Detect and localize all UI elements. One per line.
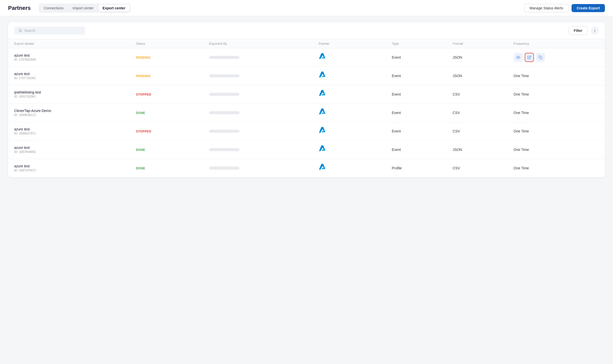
type-value: Event	[392, 55, 401, 59]
frequency-value: One Time	[514, 74, 529, 78]
exported-by-cell	[209, 74, 319, 77]
exported-by-cell	[209, 148, 319, 151]
manage-status-alerts-button[interactable]: Manage Status Alerts	[524, 4, 568, 12]
frequency-value: One Time	[514, 129, 529, 133]
type-cell: Profile	[392, 166, 453, 170]
export-id: ID: 1691742061	[14, 95, 136, 98]
type-value: Event	[392, 129, 401, 133]
exported-by-cell	[209, 111, 319, 114]
table-row: azure test ID: 1707726362 PENDING EventJ…	[8, 67, 605, 85]
copy-button[interactable]	[536, 53, 545, 62]
nav-tabs: Connections Import center Export center	[39, 4, 130, 13]
type-value: Profile	[392, 166, 402, 170]
status-cell: STOPPED	[136, 129, 209, 133]
svg-line-1	[21, 31, 22, 32]
export-details-cell: azure test ID: 1687375472	[14, 164, 136, 172]
table-header: Export details Status Exported By Partne…	[8, 39, 605, 48]
export-details-cell: azure test ID: 1688637971	[14, 127, 136, 135]
page-title: Partners	[8, 5, 31, 11]
search-input[interactable]	[24, 29, 81, 33]
col-exported-by: Exported By	[209, 42, 319, 46]
create-export-button[interactable]: Create Export	[572, 4, 605, 12]
search-bar-row: Filter ‹	[8, 22, 605, 39]
export-id: ID: 1688638113	[14, 113, 136, 117]
view-button[interactable]	[514, 53, 523, 62]
exported-by-cell	[209, 93, 319, 96]
export-name: azure test	[14, 146, 136, 150]
exported-by-placeholder	[209, 148, 239, 151]
export-id: ID: 1707842609	[14, 58, 136, 61]
frequency-value: One Time	[514, 148, 529, 152]
filter-button[interactable]: Filter	[568, 26, 588, 35]
export-id: ID: 1687844892	[14, 150, 136, 154]
export-details-cell: azure test ID: 1707726362	[14, 72, 136, 80]
type-cell: Event	[392, 147, 453, 152]
frequency-cell	[514, 53, 599, 62]
frequency-cell: One Time	[514, 111, 599, 115]
edit-button[interactable]	[525, 53, 534, 62]
frequency-value: One Time	[514, 166, 529, 170]
format-cell: JSON	[453, 55, 514, 60]
azure-logo-icon	[319, 145, 327, 153]
main-content: Filter ‹ Export details Status Exported …	[0, 16, 613, 183]
export-name: azure test	[14, 164, 136, 168]
copy-icon	[538, 55, 542, 59]
table-row: azure test ID: 1687375472 DONE ProfileCS…	[8, 159, 605, 177]
frequency-value: One Time	[514, 111, 529, 115]
svg-rect-3	[540, 57, 542, 59]
format-value: JSON	[453, 148, 462, 152]
tab-export-center[interactable]: Export center	[99, 5, 129, 12]
status-cell: DONE	[136, 166, 209, 170]
eye-icon	[516, 55, 520, 59]
svg-point-2	[518, 57, 519, 58]
status-badge: STOPPED	[136, 130, 151, 133]
col-format: Format	[453, 42, 514, 46]
search-wrapper	[14, 27, 85, 35]
status-badge: PENDING	[136, 74, 151, 78]
table-row: azure test ID: 1688637971 STOPPED EventC…	[8, 122, 605, 141]
export-name: azure test	[14, 127, 136, 131]
format-cell: JSON	[453, 147, 514, 152]
chevron-left-icon: ‹	[594, 28, 595, 33]
exported-by-placeholder	[209, 130, 239, 133]
format-value: CSV	[453, 111, 460, 115]
table-row: azure test ID: 1707842609 PENDING EventJ…	[8, 48, 605, 67]
tab-import-center[interactable]: Import center	[69, 5, 97, 12]
partner-cell	[319, 53, 392, 62]
frequency-cell: One Time	[514, 166, 599, 170]
table-row: azure test ID: 1687844892 DONE EventJSON…	[8, 141, 605, 159]
export-details-cell: azure test ID: 1687844892	[14, 146, 136, 154]
export-details-cell: azure test ID: 1707842609	[14, 53, 136, 61]
type-value: Event	[392, 111, 401, 115]
export-id: ID: 1687375472	[14, 169, 136, 172]
format-value: CSV	[453, 129, 460, 133]
tab-connections[interactable]: Connections	[40, 5, 68, 12]
type-cell: Event	[392, 74, 453, 78]
format-value: CSV	[453, 92, 460, 96]
status-cell: PENDING	[136, 74, 209, 78]
type-value: Event	[392, 74, 401, 78]
format-cell: CSV	[453, 129, 514, 133]
partner-cell	[319, 90, 392, 99]
status-cell: DONE	[136, 110, 209, 115]
status-badge: DONE	[136, 167, 145, 170]
format-value: JSON	[453, 74, 462, 78]
table-row: ipwhitelisting test ID: 1691742061 STOPP…	[8, 85, 605, 104]
partner-cell	[319, 108, 392, 117]
table-row: CleverTap-Azure-Demo ID: 1688638113 DONE…	[8, 104, 605, 122]
status-badge: PENDING	[136, 56, 151, 59]
type-cell: Event	[392, 129, 453, 133]
format-value: CSV	[453, 166, 460, 170]
status-badge: STOPPED	[136, 93, 151, 96]
type-cell: Event	[392, 92, 453, 97]
col-frequency: Frequency	[514, 42, 599, 46]
exported-by-cell	[209, 56, 319, 59]
col-partner: Partner	[319, 42, 392, 46]
format-cell: CSV	[453, 110, 514, 115]
collapse-button[interactable]: ‹	[591, 27, 599, 35]
export-id: ID: 1707726362	[14, 76, 136, 80]
table-body: azure test ID: 1707842609 PENDING EventJ…	[8, 48, 605, 177]
type-value: Event	[392, 92, 401, 96]
partner-cell	[319, 71, 392, 80]
format-cell: CSV	[453, 92, 514, 97]
